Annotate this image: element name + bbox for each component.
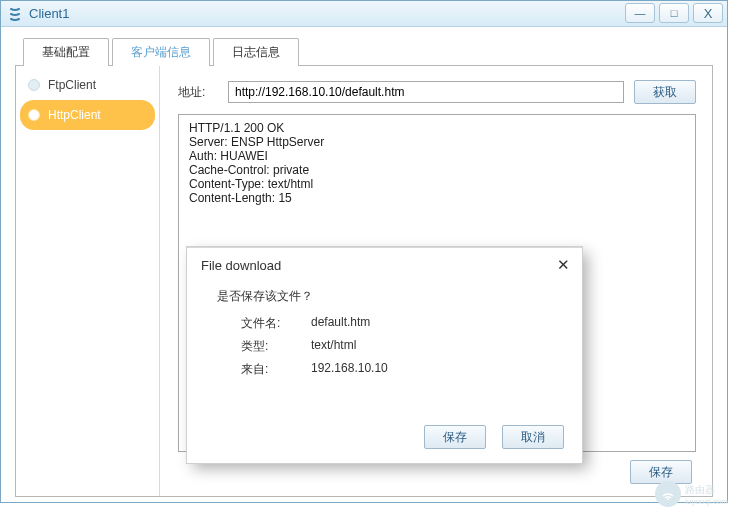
tab-log-info[interactable]: 日志信息 bbox=[213, 38, 299, 66]
tab-bar: 基础配置 客户端信息 日志信息 bbox=[23, 37, 713, 65]
file-download-dialog: File download ✕ 是否保存该文件？ 文件名: default.ht… bbox=[187, 247, 582, 463]
sidebar-item-label: FtpClient bbox=[48, 78, 96, 92]
watermark-sub: luyouqi.com bbox=[685, 497, 728, 506]
dialog-row-value: text/html bbox=[311, 338, 356, 355]
sidebar-item-ftpclient[interactable]: FtpClient bbox=[20, 70, 155, 100]
minimize-button[interactable]: — bbox=[625, 3, 655, 23]
sidebar: FtpClient HttpClient bbox=[16, 66, 160, 496]
dialog-row-value: 192.168.10.10 bbox=[311, 361, 388, 378]
fetch-button[interactable]: 获取 bbox=[634, 80, 696, 104]
dialog-question: 是否保存该文件？ bbox=[217, 288, 552, 305]
svg-point-0 bbox=[667, 498, 669, 500]
status-dot-icon bbox=[28, 109, 40, 121]
dialog-row-value: default.htm bbox=[311, 315, 370, 332]
maximize-button[interactable]: □ bbox=[659, 3, 689, 23]
status-dot-icon bbox=[28, 79, 40, 91]
dialog-row-key: 来自: bbox=[241, 361, 311, 378]
watermark: 路由器 luyouqi.com bbox=[655, 481, 728, 507]
tab-basic-config[interactable]: 基础配置 bbox=[23, 38, 109, 66]
dialog-title: File download bbox=[201, 258, 281, 273]
dialog-save-button[interactable]: 保存 bbox=[424, 425, 486, 449]
close-button[interactable]: X bbox=[693, 3, 723, 23]
address-input[interactable] bbox=[228, 81, 624, 103]
tab-client-info[interactable]: 客户端信息 bbox=[112, 38, 210, 66]
titlebar: Client1 — □ X bbox=[1, 1, 727, 27]
dialog-row-key: 文件名: bbox=[241, 315, 311, 332]
dialog-row-key: 类型: bbox=[241, 338, 311, 355]
dialog-row-filename: 文件名: default.htm bbox=[217, 315, 552, 332]
dialog-row-from: 来自: 192.168.10.10 bbox=[217, 361, 552, 378]
watermark-text: 路由器 bbox=[685, 483, 728, 497]
sidebar-item-label: HttpClient bbox=[48, 108, 101, 122]
address-label: 地址: bbox=[178, 84, 218, 101]
router-icon bbox=[655, 481, 681, 507]
dialog-close-icon[interactable]: ✕ bbox=[557, 256, 570, 274]
dialog-cancel-button[interactable]: 取消 bbox=[502, 425, 564, 449]
dialog-row-type: 类型: text/html bbox=[217, 338, 552, 355]
window-title: Client1 bbox=[29, 6, 69, 21]
app-icon bbox=[7, 6, 23, 22]
sidebar-item-httpclient[interactable]: HttpClient bbox=[20, 100, 155, 130]
